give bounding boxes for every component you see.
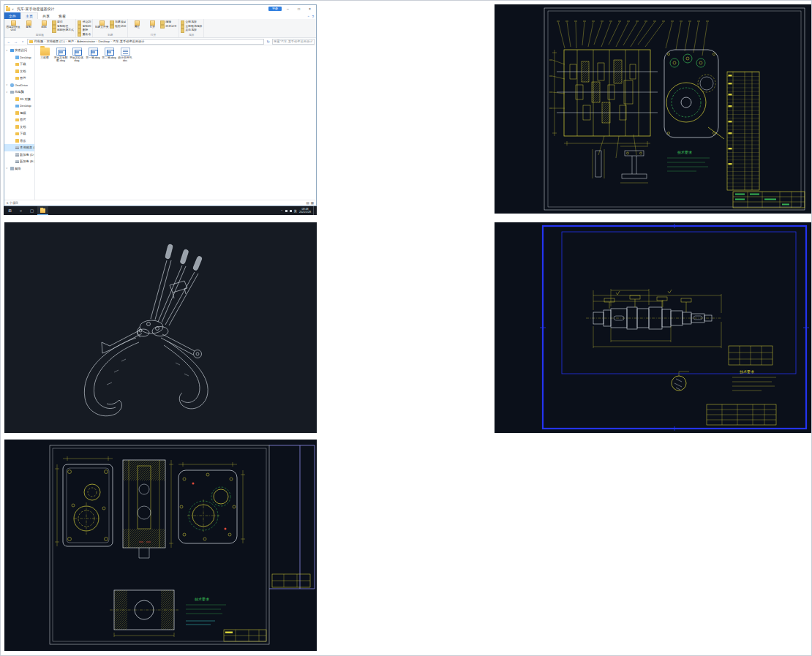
document-icon: [15, 69, 19, 73]
ribbon-group-label: 打开: [129, 33, 176, 37]
ribbon-group: 新建文件夹新建项目轻松访问新建: [93, 19, 128, 37]
file-item[interactable]: 变速器装配图.dwg: [53, 48, 69, 63]
refresh-icon[interactable]: ↻: [266, 39, 271, 44]
title-bar[interactable]: ∨ 汽车-某手动变速器设计 登录 – □ ×: [4, 5, 316, 12]
file-item[interactable]: 三维图: [37, 48, 53, 63]
ribbon-button[interactable]: 固定到快速访问: [6, 20, 20, 33]
start-button[interactable]: ⊞: [4, 206, 15, 215]
ribbon-button[interactable]: 新建文件夹: [94, 20, 109, 33]
sidebar-item[interactable]: 本地磁盘 (C:): [4, 144, 34, 151]
ribbon-tab[interactable]: 查看: [54, 12, 70, 19]
quick-access-toolbar-icon[interactable]: ∨: [12, 7, 14, 11]
clock-date: 2021/1/28: [299, 211, 311, 214]
ribbon-button[interactable]: 反向选择: [181, 29, 203, 33]
sidebar-item[interactable]: 下载: [4, 130, 34, 137]
sidebar-item[interactable]: 下载: [4, 61, 34, 68]
ribbon-button[interactable]: 粘贴: [37, 20, 51, 33]
file-item[interactable]: 变速器箱体.dwg: [69, 48, 85, 63]
expander-icon: ∨: [6, 49, 9, 52]
explorer-app-icon: [6, 7, 10, 11]
ribbon-button[interactable]: 复制: [21, 20, 36, 33]
file-item[interactable]: 第一轴.dwg: [86, 48, 101, 63]
ribbon-button[interactable]: 打开: [145, 20, 159, 33]
ribbon-button[interactable]: 轻松访问: [110, 25, 126, 29]
ribbon-group: 全部选择全部取消选择反向选择选择: [179, 19, 205, 37]
folder-icon: [40, 208, 45, 213]
sidebar-item[interactable]: Desktop: [4, 54, 34, 61]
tray-expand-icon[interactable]: ⌃: [280, 209, 282, 213]
ribbon-tab[interactable]: 共享: [38, 12, 54, 19]
breadcrumb-segment[interactable]: Desktop: [98, 39, 109, 43]
sidebar-item[interactable]: ∨快速访问: [4, 47, 34, 54]
breadcrumb-separator-icon: ›: [97, 39, 97, 43]
sidebar-item[interactable]: 音乐: [4, 137, 34, 145]
taskbar-clock[interactable]: 08:48 2021/1/28: [299, 208, 311, 214]
address-bar[interactable]: 此电脑›本地磁盘 (C:)›用户›Administrator›Desktop›汽…: [27, 39, 265, 45]
expander-icon: ∨: [6, 91, 9, 94]
maximize-button[interactable]: □: [294, 7, 304, 11]
wireframe-3d-model: [4, 222, 317, 433]
ribbon-tab-strip: 文件 主页共享查看 ⌃ ?: [4, 12, 316, 19]
ribbon-button[interactable]: 粘贴快捷方式: [52, 29, 74, 33]
sidebar-item[interactable]: 图片: [4, 75, 34, 82]
file-explorer-taskbar-icon[interactable]: [37, 206, 48, 215]
cloud-icon: [10, 83, 14, 87]
cad-housing-panel: 技术要求: [4, 440, 317, 651]
sidebar-item[interactable]: Desktop: [4, 102, 34, 110]
file-item[interactable]: 设计说明书.doc: [118, 48, 133, 63]
folder-icon: [15, 97, 19, 101]
ribbon-button[interactable]: 历史记录: [160, 25, 176, 29]
sidebar-item[interactable]: 文档: [4, 68, 34, 75]
ime-indicator[interactable]: 英: [294, 209, 297, 213]
breadcrumb-segment[interactable]: 汽车-某手动变速器设计: [113, 39, 144, 43]
network-icon[interactable]: [285, 210, 287, 212]
sidebar-item[interactable]: ∨此电脑: [4, 88, 34, 96]
sidebar-item[interactable]: ∨OneDrive: [4, 82, 34, 89]
breadcrumb-segment[interactable]: 用户: [68, 39, 74, 43]
video-icon: [15, 111, 19, 115]
technical-notes: 技术要求: [667, 150, 710, 171]
shaft-drawing: 技术要求: [495, 222, 811, 433]
breadcrumb-segment[interactable]: Administrator: [77, 39, 95, 43]
up-button[interactable]: ↑: [20, 39, 26, 44]
breadcrumb-segment[interactable]: 此电脑: [34, 39, 44, 43]
forward-button[interactable]: →: [13, 39, 19, 44]
minimize-button[interactable]: –: [283, 7, 293, 11]
sidebar-item[interactable]: 3D 对象: [4, 96, 34, 103]
folder-file-icon: [40, 48, 50, 56]
taskbar: ⊞ ○ ▢ ⌃ 英 08:48 2021/1/28: [4, 206, 317, 215]
expander-icon: ∨: [6, 167, 9, 170]
sidebar-item[interactable]: 文档: [4, 124, 34, 131]
view-bottom: [110, 590, 178, 637]
file-list-pane[interactable]: 三维图变速器装配图.dwg变速器箱体.dwg第一轴.dwg第二轴.dwg设计说明…: [35, 45, 316, 200]
technical-notes: 技术要求: [186, 597, 226, 625]
back-button[interactable]: ←: [6, 39, 12, 44]
notification-center-edge[interactable]: [313, 206, 315, 215]
status-bar: 6 个项目 ▤ ▦: [4, 200, 316, 206]
sidebar-item[interactable]: 新加卷 (E:): [4, 158, 34, 165]
sidebar-item[interactable]: 图片: [4, 116, 34, 124]
breadcrumb-segment[interactable]: 本地磁盘 (C:): [46, 39, 64, 43]
sidebar-item[interactable]: 视频: [4, 110, 34, 117]
file-item[interactable]: 第二轴.dwg: [102, 48, 117, 63]
breadcrumb-separator-icon: ›: [45, 39, 45, 43]
dwg-file-icon: [72, 48, 82, 56]
search-taskbar-icon[interactable]: ○: [15, 206, 26, 215]
search-input[interactable]: [274, 39, 313, 43]
address-row: ← → ↑ 此电脑›本地磁盘 (C:)›用户›Administrator›Des…: [4, 38, 316, 45]
ribbon-button-icon: [11, 20, 16, 26]
ribbon-button[interactable]: 属性: [129, 20, 144, 33]
thumbnails-view-icon[interactable]: ▦: [311, 201, 314, 205]
task-view-icon[interactable]: ▢: [26, 206, 37, 215]
ribbon-tab[interactable]: 主页: [20, 12, 38, 19]
titlebar-badge[interactable]: 登录: [268, 7, 282, 11]
star-icon: [10, 49, 14, 53]
volume-icon[interactable]: [290, 210, 292, 212]
disk-icon: [15, 153, 19, 157]
close-button[interactable]: ×: [305, 7, 315, 11]
sidebar-item[interactable]: ∨网络: [4, 165, 34, 173]
sidebar-item[interactable]: 新加卷 (D:): [4, 151, 34, 159]
details-view-icon[interactable]: ▤: [306, 201, 309, 205]
tab-file[interactable]: 文件: [4, 12, 20, 19]
technical-notes: 技术要求: [732, 369, 776, 391]
